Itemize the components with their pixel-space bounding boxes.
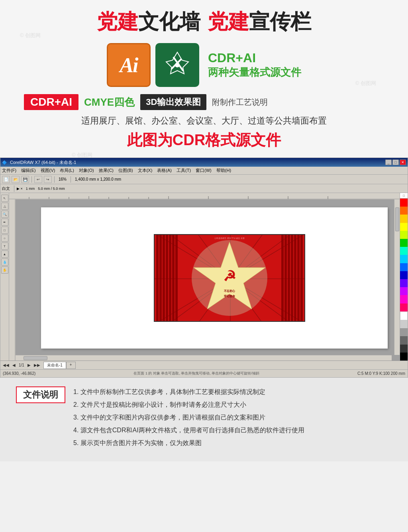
color-violet[interactable] — [400, 287, 408, 295]
svg-text:☭: ☭ — [223, 268, 236, 284]
output-label: 3D输出效果图 — [140, 94, 206, 110]
color-cyan-green[interactable] — [400, 247, 408, 255]
color-white[interactable] — [400, 311, 408, 320]
minimize-button[interactable]: _ — [385, 160, 392, 165]
titlebar-left: 🔷 CorelDRAW X7 (64-bit) - 未命名-1 — [2, 160, 76, 166]
note-2: 2. 文件尺寸是投稿比例缩小设计，制作时请务必注意尺寸大小 — [73, 398, 392, 411]
tool-text[interactable]: T — [1, 242, 8, 250]
sep-2 — [54, 176, 55, 183]
note-1: 1. 文件中所标制作工艺仅供参考，具体制作工艺要根据实际情况制定 — [73, 386, 392, 398]
v-scroll-thumb[interactable] — [395, 207, 399, 231]
main-title: 党建文化墙 党建宣传栏 — [16, 8, 392, 36]
color-gray[interactable] — [400, 328, 408, 336]
close-button[interactable]: ✕ — [400, 160, 406, 165]
tool-select[interactable]: ↖ — [1, 195, 8, 202]
color-yellow[interactable] — [400, 223, 408, 231]
page-nav-prev[interactable]: ◀◀ — [3, 363, 9, 367]
page-tabs: 未命名-1 + — [43, 362, 76, 369]
tag-note: 附制作工艺说明 — [212, 97, 268, 108]
color-orange[interactable] — [400, 207, 408, 215]
tb-redo[interactable]: ↪ — [44, 176, 52, 183]
tb-new[interactable]: 📄 — [2, 176, 10, 183]
window-controls[interactable]: _ □ ✕ — [385, 160, 406, 165]
color-yellow-orange[interactable] — [400, 215, 408, 223]
color-dark-gray[interactable] — [400, 336, 408, 344]
svg-point-4 — [175, 63, 180, 67]
menu-text[interactable]: 文本(X) — [138, 167, 153, 173]
tool-eyedropper[interactable]: 💧 — [1, 258, 8, 266]
software-window: 🔷 CorelDRAW X7 (64-bit) - 未命名-1 _ □ ✕ 文件… — [0, 158, 408, 378]
tool-pen[interactable]: ✒ — [1, 219, 8, 226]
window-bottom-bar: ◀◀ ◀ 1/1 ▶ ▶▶ 未命名-1 + — [0, 361, 408, 369]
svg-rect-19 — [9, 199, 16, 361]
color-green[interactable] — [400, 239, 408, 247]
cdr-ai-badge: CDR+AI — [24, 94, 78, 110]
title-red-1: 党建 — [97, 10, 138, 33]
color-darker-gray[interactable] — [400, 345, 408, 353]
page-nav-back[interactable]: ◀ — [12, 363, 16, 367]
note-3: 3. 文件中的文字和图片内容仅供参考，图片请根据自己的文案和图片 — [73, 411, 392, 424]
menu-edit[interactable]: 编辑(E) — [21, 167, 36, 173]
status-coords: (364.930, -46.862) — [3, 371, 35, 376]
color-black[interactable] — [400, 353, 408, 361]
add-page-tab[interactable]: + — [66, 362, 76, 369]
v-scrollbar[interactable] — [394, 199, 400, 355]
svg-text:牢记使命: 牢记使命 — [224, 294, 235, 298]
menu-object[interactable]: 对象(O) — [79, 167, 94, 173]
menu-table[interactable]: 表格(A) — [157, 167, 172, 173]
text-overlay-top: 公民道德规范 爱国 守法 诚信 友善 — [186, 237, 273, 249]
dimensions: 1,400.0 mm x 1,200.0 mm — [73, 177, 123, 181]
page-nav-end[interactable]: ▶▶ — [34, 363, 40, 367]
maximize-button[interactable]: □ — [392, 160, 399, 165]
left-tools-panel: ↖ △ 🔍 ✒ □ ○ T ▲ 💧 ✋ — [0, 193, 9, 361]
color-light-blue[interactable] — [400, 255, 408, 263]
menu-effects[interactable]: 效果(C) — [99, 167, 114, 173]
tool-shape[interactable]: △ — [1, 203, 8, 210]
h-scroll-thumb[interactable] — [24, 356, 47, 360]
window-menubar: 文件(F) 编辑(E) 视图(V) 布局(L) 对象(O) 效果(C) 位图(B… — [0, 167, 408, 175]
page-num: 1/1 — [19, 363, 24, 367]
menu-tools[interactable]: 工具(T) — [177, 167, 191, 173]
top-section: © 创图网 © 创图网 © 创图网 党建文化墙 党建宣传栏 Ai — [0, 0, 408, 158]
tool-rect[interactable]: □ — [1, 227, 8, 234]
tool-circle[interactable]: ○ — [1, 234, 8, 242]
page-nav-fwd[interactable]: ▶ — [27, 363, 31, 367]
suitable-line: 适用展厅、展馆、办公室、会议室、大厅、过道等公共墙面布置 — [16, 115, 392, 127]
color-yellow-green[interactable] — [400, 231, 408, 239]
h-scrollbar[interactable] — [16, 355, 392, 361]
ai-label: Ai — [120, 53, 137, 77]
tb-open[interactable]: 📂 — [12, 176, 20, 183]
toolbar-1: 📄 📂 💾 ↩ ↪ 16% 1,400.0 mm x 1,200.0 mm — [0, 175, 408, 184]
color-dark-blue[interactable] — [400, 271, 408, 279]
notes-list: 1. 文件中所标制作工艺仅供参考，具体制作工艺要根据实际情况制定 2. 文件尺寸… — [73, 386, 392, 449]
canvas-white: ☭ 不忘初心 牢记使命 公民道德规范 爱国 守法 诚信 友善 — [41, 207, 388, 349]
menu-window[interactable]: 窗口(W) — [196, 167, 212, 173]
palette-colors[interactable] — [400, 199, 408, 361]
svg-rect-5 — [9, 193, 400, 199]
title-red-2: 党建 — [208, 10, 249, 33]
color-purple[interactable] — [400, 279, 408, 287]
color-rose[interactable] — [400, 303, 408, 311]
star-svg: ☭ 不忘初心 牢记使命 — [190, 238, 269, 318]
menu-layout[interactable]: 布局(L) — [60, 167, 74, 173]
color-blue[interactable] — [400, 263, 408, 271]
page-tab-1[interactable]: 未命名-1 — [43, 362, 66, 369]
toolbar-2: 白文 ▶ × 1 mm 5.0 mm / 5.0 mm — [0, 184, 408, 193]
tb-save[interactable]: 💾 — [21, 176, 29, 183]
title-black-1: 文化墙 — [138, 10, 200, 33]
tool-hand[interactable]: ✋ — [1, 266, 8, 274]
color-pink[interactable] — [400, 295, 408, 303]
svg-text:不忘初心: 不忘初心 — [224, 289, 235, 292]
sep-4 — [14, 185, 14, 192]
tb-undo[interactable]: ↩ — [34, 176, 42, 183]
color-red[interactable] — [400, 199, 408, 207]
menu-view[interactable]: 视图(V) — [41, 167, 55, 173]
color-light-gray[interactable] — [400, 320, 408, 328]
party-design: ☭ 不忘初心 牢记使命 公民道德规范 爱国 守法 诚信 友善 — [155, 235, 304, 321]
tool-zoom[interactable]: 🔍 — [1, 211, 8, 218]
menu-bitmap[interactable]: 位图(B) — [118, 167, 133, 173]
tool-fill[interactable]: ▲ — [1, 250, 8, 258]
sep-1 — [31, 176, 32, 183]
menu-file[interactable]: 文件(F) — [2, 167, 16, 173]
menu-help[interactable]: 帮助(H) — [216, 167, 231, 173]
